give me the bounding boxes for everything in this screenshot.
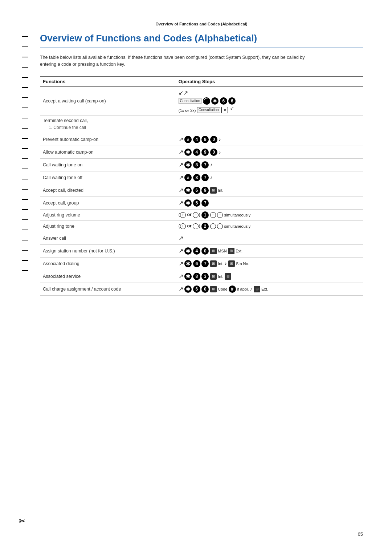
table-row: Call waiting tone off ↗ # 8 7 ♪ (40, 171, 363, 184)
margin-tick (22, 240, 28, 240)
function-name: Call waiting tone off (40, 171, 176, 184)
function-name: Assign station number (not for U.S.) (40, 244, 176, 257)
margin-tick (22, 77, 28, 78)
margin-tick (22, 179, 28, 179)
margin-tick (22, 169, 28, 169)
operating-steps: ↗ # 4 9 0 ♪ (176, 133, 363, 146)
operating-steps: ↗ ✱ 6 0 ⊞ Code # if appl. ♪ ⊞ Ext. (176, 283, 363, 295)
margin-tick (22, 260, 28, 261)
operating-steps: (+ or −) 2 + − simultaneously (176, 220, 363, 232)
margin-tick (22, 67, 28, 68)
operating-steps: ↗ ✱ 6 9 ⊞ Int. (176, 184, 363, 197)
margin-tick (22, 158, 28, 159)
operating-steps: ↙↗ Consultation ⬤ ✱ 6 6 (1x or 2x) Consu… (176, 86, 363, 116)
table-row: Adjust ring tone (+ or −) 2 + − simultan… (40, 220, 363, 232)
margin-tick (22, 148, 28, 149)
margin-tick (22, 118, 28, 118)
function-name: Accept call, directed (40, 184, 176, 197)
table-row: Call waiting tone on ↗ ✱ 8 7 ♪ (40, 158, 363, 171)
margin-tick (22, 128, 28, 129)
operating-steps: ↗ ✱ 5 7 (176, 197, 363, 209)
page-title: Overview of Functions and Codes (Alphabe… (40, 33, 363, 48)
intro-text: The table below lists all available func… (40, 54, 312, 68)
table-row: Associated service ↗ ✱ 8 3 ⊞ Int. ⊞ (40, 270, 363, 283)
table-row: Prevent automatic camp-on ↗ # 4 9 0 ♪ (40, 133, 363, 146)
table-row: Terminate second call, 1. Continue the c… (40, 116, 363, 133)
function-name: Accept a waiting call (camp-on) (40, 86, 176, 116)
col-functions-header: Functions (40, 76, 176, 87)
table-row: Accept a waiting call (camp-on) ↙↗ Consu… (40, 86, 363, 116)
table-row: Assign station number (not for U.S.) ↗ ✱… (40, 244, 363, 257)
function-name: Associated service (40, 270, 176, 283)
function-name: Answer call (40, 232, 176, 244)
table-row: Accept call, directed ↗ ✱ 6 9 ⊞ Int. (40, 184, 363, 197)
margin-tick (22, 209, 28, 210)
scissors-icon: ✂ (19, 516, 25, 526)
function-name: Terminate second call, 1. Continue the c… (40, 116, 176, 133)
page-container: ✂ Overview of Functions and Codes (Alpha… (0, 0, 392, 555)
table-row: Call charge assignment / account code ↗ … (40, 283, 363, 295)
function-name: Accept call, group (40, 197, 176, 209)
operating-steps: ↗ ✱ 4 9 0 ♪ (176, 146, 363, 158)
operating-steps: ↗ ✱ 8 3 ⊞ Int. ⊞ (176, 270, 363, 283)
operating-steps: ↗ # 8 7 ♪ (176, 171, 363, 184)
margin-tick (22, 270, 28, 271)
function-name: Call charge assignment / account code (40, 283, 176, 295)
margin-tick (22, 108, 28, 108)
operating-steps (176, 116, 363, 133)
function-name: Adjust ring volume (40, 209, 176, 220)
operating-steps: ↗ ✱ 6 7 ⊞ Int. ♪ ⊞ Stn No. (176, 257, 363, 270)
table-row: Associated dialing ↗ ✱ 6 7 ⊞ Int. ♪ ⊞ St… (40, 257, 363, 270)
function-name: Associated dialing (40, 257, 176, 270)
margin-tick (22, 57, 28, 57)
margin-tick (22, 199, 28, 200)
margin-tick (22, 97, 28, 98)
operating-steps: ↗ ✱ 8 7 ♪ (176, 158, 363, 171)
page-number: 65 (358, 531, 363, 537)
page-header: Overview of Functions and Codes (Alphabe… (40, 22, 363, 26)
margin-lines (22, 0, 28, 555)
margin-tick (22, 46, 28, 47)
margin-tick (22, 230, 28, 230)
functions-table: Functions Operating Steps Accept a waiti… (40, 76, 363, 296)
function-name: Call waiting tone on (40, 158, 176, 171)
operating-steps: (+ or −) 1 + − simultaneously (176, 209, 363, 220)
margin-tick (22, 250, 28, 251)
operating-steps: ↗ ✱ 4 0 ⊞ MSN ⊞ Ext. (176, 244, 363, 257)
function-name: Adjust ring tone (40, 220, 176, 232)
margin-tick (22, 189, 28, 190)
col-ops-header: Operating Steps (176, 76, 363, 87)
margin-tick (22, 36, 28, 37)
table-row: Answer call ↗ (40, 232, 363, 244)
function-name: Allow automatic camp-on (40, 146, 176, 158)
function-name: Prevent automatic camp-on (40, 133, 176, 146)
operating-steps: ↗ (176, 232, 363, 244)
table-row: Allow automatic camp-on ↗ ✱ 4 9 0 ♪ (40, 146, 363, 158)
table-row: Accept call, group ↗ ✱ 5 7 (40, 197, 363, 209)
margin-tick (22, 219, 28, 220)
table-row: Adjust ring volume (+ or −) 1 + − simult… (40, 209, 363, 220)
margin-tick (22, 138, 28, 139)
margin-tick (22, 87, 28, 88)
